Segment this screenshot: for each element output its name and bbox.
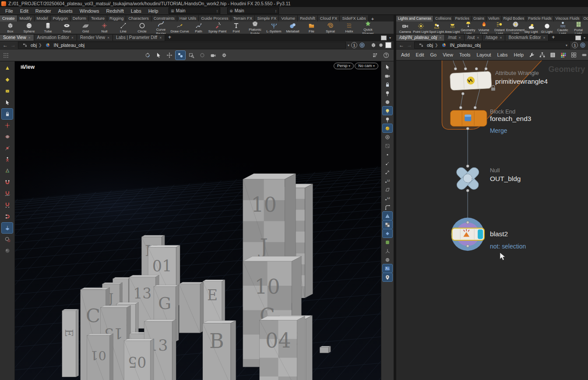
- light-shelf-tab-oceans[interactable]: Oceans: [581, 16, 588, 21]
- shelf-tool-quick-shapes[interactable]: Quick Shapes: [359, 22, 377, 34]
- viewport-settings-icon[interactable]: [219, 51, 229, 60]
- scene-tab-render-view[interactable]: Render View×: [77, 35, 113, 41]
- shelf-tab-constraints[interactable]: Constraints: [151, 15, 177, 21]
- flipbook-icon[interactable]: [208, 51, 218, 60]
- network-menu-labs[interactable]: Labs: [494, 52, 511, 57]
- shelf-tool-torus[interactable]: Torus: [57, 22, 76, 34]
- network-graph-canvas[interactable]: GeometryAttribute Wrangleprimitivewrangl…: [396, 60, 588, 380]
- nav-forward-icon[interactable]: →: [10, 42, 16, 48]
- scene-tab-scene-view[interactable]: Scene View×: [0, 35, 34, 41]
- pane-maximize-icon[interactable]: [381, 36, 387, 40]
- select-mode-components-icon[interactable]: [2, 75, 13, 85]
- shelf-tool-grid[interactable]: Grid: [76, 22, 95, 34]
- layout-grid-icon[interactable]: [570, 51, 578, 59]
- shelf-tab-create[interactable]: Create: [0, 15, 18, 21]
- shelf-tool-draw-curve[interactable]: Draw Curve: [170, 22, 189, 34]
- shelf-tab-modify[interactable]: Modify: [18, 15, 35, 21]
- texture-checker-icon[interactable]: [383, 220, 392, 229]
- tools-wrench-icon[interactable]: [528, 51, 536, 59]
- selection-mask-icon[interactable]: [2, 234, 13, 245]
- rotate-tool-icon[interactable]: [2, 131, 13, 142]
- light-shelf-tab-viscous-fluids[interactable]: Viscous Fluids: [554, 16, 582, 21]
- scene-tab-animation-editor[interactable]: Animation Editor×: [34, 35, 77, 41]
- shelf-tab-model[interactable]: Model: [35, 15, 51, 21]
- node-connector[interactable]: [466, 221, 469, 224]
- network-tab-obj-in-plateau-obj[interactable]: /obj/IN_plateau_obj×: [396, 35, 445, 41]
- camera-selector[interactable]: No cam ▾: [355, 63, 378, 69]
- shelf-tool-circle[interactable]: Circle: [133, 22, 151, 34]
- node-label[interactable]: blast2: [490, 230, 508, 238]
- shelf-tool-curve-bezier[interactable]: Curve Bezier: [151, 22, 170, 34]
- help-icon[interactable]: [381, 51, 391, 60]
- scene-render[interactable]: H0110JIEJ1390GP10CECB0313404011305: [15, 61, 381, 380]
- light-shelf-tab-particles[interactable]: Particles: [453, 16, 472, 21]
- select-mode-dynamics-icon[interactable]: [2, 86, 13, 96]
- nav-forward-icon[interactable]: →: [406, 42, 412, 48]
- render-view-icon[interactable]: [383, 71, 392, 80]
- shelf-tab-guide-process[interactable]: Guide Process: [199, 15, 231, 21]
- network-path-field[interactable]: obj ❯ IN_plateau_obj ▾: [414, 42, 570, 49]
- snapping-options-icon[interactable]: [580, 42, 586, 48]
- shelf-tab-deform[interactable]: Deform: [70, 15, 89, 21]
- shelf-tab-hair-utils[interactable]: Hair Utils: [177, 15, 199, 21]
- view-tool-icon[interactable]: [143, 51, 152, 60]
- background-swatch[interactable]: [385, 42, 391, 48]
- network-tab-stage[interactable]: /stage×: [482, 35, 505, 41]
- prim-number-icon[interactable]: 12: [383, 194, 392, 202]
- link-badge[interactable]: 1: [572, 42, 578, 48]
- shelf-tool-font[interactable]: Font: [227, 22, 246, 34]
- group-display-icon[interactable]: [383, 229, 392, 238]
- snapping-options-icon[interactable]: [359, 42, 365, 48]
- network-menu-tools[interactable]: Tools: [456, 52, 474, 57]
- node-primitivewrangle4[interactable]: [450, 71, 492, 90]
- scene-path-field[interactable]: obj ❯ IN_plateau_obj: [18, 42, 346, 49]
- node-connector[interactable]: [461, 92, 464, 95]
- handles-tool-icon[interactable]: [176, 51, 185, 60]
- tab-close-icon[interactable]: ×: [439, 36, 441, 40]
- menu-windows[interactable]: Windows: [76, 8, 103, 14]
- light-shelf-tab-collisions[interactable]: Collisions: [433, 16, 453, 21]
- tab-close-icon[interactable]: ×: [477, 36, 479, 40]
- reference-plane-icon[interactable]: [383, 273, 392, 281]
- scene-tab-labs-parameter-diff[interactable]: Labs | Parameter Diff×: [113, 35, 165, 41]
- lock-camera-icon[interactable]: [383, 80, 392, 89]
- backface-display-icon[interactable]: [383, 142, 392, 150]
- node-connector[interactable]: [454, 67, 457, 70]
- tab-close-icon[interactable]: ×: [500, 36, 502, 40]
- origin-axis-icon[interactable]: [383, 247, 392, 255]
- prim-hull-icon[interactable]: [383, 185, 392, 194]
- align-axis-icon[interactable]: [2, 166, 13, 176]
- shelf-tool-volume-light[interactable]: Volume Light: [476, 22, 492, 34]
- shelf-tool-spray-paint[interactable]: Spray Paint: [208, 22, 227, 34]
- pane-menu-icon[interactable]: ▾: [389, 36, 391, 40]
- nav-back-icon[interactable]: ←: [398, 42, 405, 48]
- point-velocity-icon[interactable]: [383, 168, 392, 176]
- light-marker-icon[interactable]: [383, 115, 392, 124]
- tab-close-icon[interactable]: ×: [71, 36, 74, 40]
- network-menu-edit[interactable]: Edit: [413, 52, 427, 57]
- shelf-tool-helix[interactable]: Helix: [340, 22, 359, 34]
- node-connector[interactable]: [475, 67, 478, 70]
- translate-tool-icon[interactable]: [2, 120, 13, 131]
- shelf-tab-volume[interactable]: Volume: [279, 15, 298, 21]
- shelf-add-tab-button[interactable]: +: [369, 16, 377, 21]
- shelf-tab-redshift[interactable]: Redshift: [298, 15, 318, 21]
- shelf-tool-line[interactable]: Line: [114, 22, 133, 34]
- snap-point-icon[interactable]: [2, 200, 13, 210]
- shelf-tab-rigging[interactable]: Rigging: [107, 15, 126, 21]
- shading-mode-icon[interactable]: [383, 124, 392, 132]
- geometry-display-icon[interactable]: [370, 42, 377, 48]
- network-tab-out[interactable]: /out×: [465, 35, 483, 41]
- shelf-tab-simple-fx[interactable]: Simple FX: [255, 15, 279, 21]
- network-menu-layout[interactable]: Layout: [474, 52, 494, 57]
- node-connector[interactable]: [466, 165, 469, 167]
- path-current[interactable]: IN_plateau_obj: [54, 43, 85, 48]
- toolbox-handle-icon[interactable]: [3, 52, 9, 59]
- move-tool-icon[interactable]: [165, 51, 174, 60]
- menu-help[interactable]: Help: [145, 8, 162, 14]
- snap-curve-icon[interactable]: [2, 188, 13, 199]
- background-sphere-icon[interactable]: [383, 98, 392, 106]
- network-new-tab-button[interactable]: +: [549, 34, 558, 41]
- light-shelf-tab-lights-and-cameras[interactable]: Lights and Cameras: [396, 16, 433, 21]
- headlight-icon[interactable]: [383, 107, 392, 115]
